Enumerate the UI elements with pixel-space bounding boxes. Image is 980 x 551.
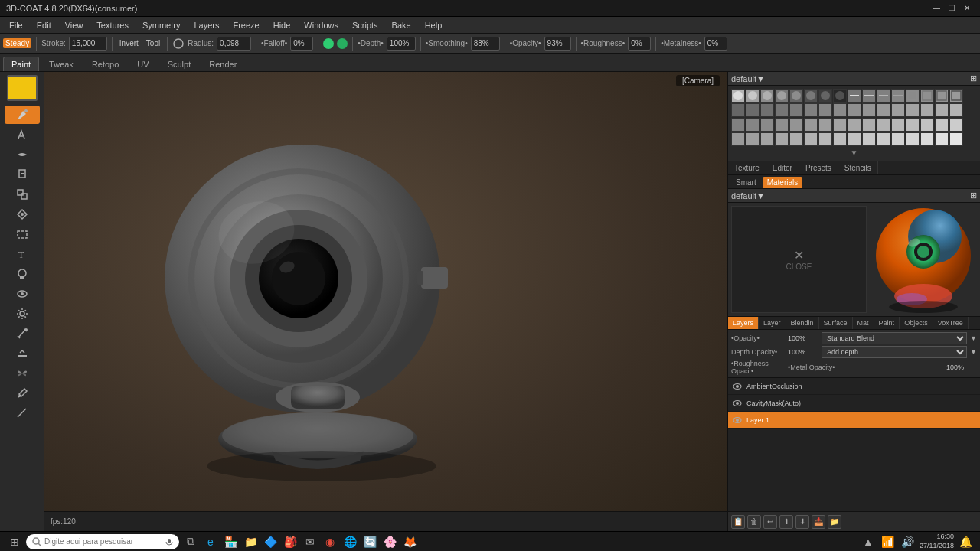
alpha-cell-0-15[interactable] xyxy=(949,89,963,103)
opacity-input[interactable] xyxy=(544,37,571,51)
alpha-cell-1-15[interactable] xyxy=(949,103,963,117)
alpha-cell-3-9[interactable] xyxy=(862,132,876,146)
stroke-input[interactable] xyxy=(69,37,107,51)
alpha-cell-1-12[interactable] xyxy=(906,103,920,117)
alpha-cell-2-10[interactable] xyxy=(877,118,890,132)
delete-layer-btn[interactable]: 🗑 xyxy=(747,515,761,529)
alpha-cell-0-4[interactable] xyxy=(789,89,803,103)
layer-visibility-toggle[interactable] xyxy=(731,380,743,393)
alpha-cell-3-13[interactable] xyxy=(920,132,934,146)
alpha-cell-0-0[interactable] xyxy=(731,89,745,103)
chrome-btn[interactable]: ◉ xyxy=(322,533,338,550)
wand-tool[interactable] xyxy=(5,324,40,343)
alpha-cell-3-4[interactable] xyxy=(789,132,803,146)
text-tool[interactable]: T xyxy=(5,245,40,263)
tab-stencils[interactable]: Stencils xyxy=(838,161,878,174)
alpha-cell-2-14[interactable] xyxy=(935,118,949,132)
tab-paint[interactable]: Paint xyxy=(3,57,39,71)
viewport[interactable]: [Camera] fps:120 xyxy=(44,72,727,531)
alpha-cell-1-2[interactable] xyxy=(760,103,774,117)
menu-item-help[interactable]: Help xyxy=(419,19,449,31)
fill-tool[interactable] xyxy=(5,165,40,184)
close-button[interactable]: ✕ xyxy=(960,2,974,15)
alpha-cell-1-14[interactable] xyxy=(935,103,949,117)
tab-retopo[interactable]: Retopo xyxy=(83,57,127,71)
layers-tab-layers[interactable]: Layers xyxy=(728,317,759,329)
task-view-btn[interactable]: ⧉ xyxy=(182,533,199,550)
alpha-cell-0-5[interactable] xyxy=(804,89,818,103)
alpha-cell-1-4[interactable] xyxy=(789,103,803,117)
alpha-cell-3-12[interactable] xyxy=(906,132,920,146)
blend-mode-select[interactable]: Standard Blend xyxy=(822,332,967,344)
pipette-tool[interactable] xyxy=(5,384,40,403)
alpha-cell-0-10[interactable] xyxy=(877,89,890,103)
files-btn[interactable]: 📁 xyxy=(242,533,259,550)
paint-brush-tool[interactable] xyxy=(5,106,40,124)
alpha-cell-0-2[interactable] xyxy=(760,89,774,103)
alpha-expand-arrow[interactable]: ▼ xyxy=(851,148,858,157)
alpha-cell-0-9[interactable] xyxy=(862,89,876,103)
alpha-cell-1-8[interactable] xyxy=(848,103,861,117)
search-input[interactable] xyxy=(44,537,162,546)
edge-browser-btn[interactable]: e xyxy=(202,533,219,550)
measurement-tool[interactable] xyxy=(5,404,40,422)
tab-texture[interactable]: Texture xyxy=(728,161,766,174)
layer-visibility-toggle[interactable] xyxy=(731,397,743,409)
tab-smart[interactable]: Smart xyxy=(731,177,761,188)
alpha-cell-2-13[interactable] xyxy=(920,118,934,132)
tab-render[interactable]: Render xyxy=(201,57,245,71)
alpha-cell-0-1[interactable] xyxy=(746,89,760,103)
volume-icon[interactable]: 🔊 xyxy=(900,533,916,550)
color-swatch-dark-green[interactable] xyxy=(337,38,348,49)
alpha-cell-2-15[interactable] xyxy=(949,118,963,132)
menu-item-symmetry[interactable]: Symmetry xyxy=(136,19,187,31)
layers-tab-voxtree[interactable]: VoxTree xyxy=(933,317,969,329)
pen-tool[interactable] xyxy=(5,126,40,144)
falloff-input[interactable] xyxy=(290,37,313,51)
search-bar[interactable] xyxy=(26,534,179,549)
menu-item-textures[interactable]: Textures xyxy=(90,19,135,31)
undo-layer-btn[interactable]: ↩ xyxy=(763,515,777,529)
alpha-cell-1-1[interactable] xyxy=(746,103,760,117)
alpha-cell-3-10[interactable] xyxy=(877,132,890,146)
menu-item-hide[interactable]: Hide xyxy=(267,19,297,31)
radius-input[interactable] xyxy=(217,37,251,51)
alpha-cell-3-14[interactable] xyxy=(935,132,949,146)
depth-input[interactable] xyxy=(387,37,416,51)
layers-tab-layer[interactable]: Layer xyxy=(759,317,786,329)
layers-tab-mat[interactable]: Mat xyxy=(853,317,874,329)
transform-tool[interactable] xyxy=(5,205,40,223)
smoothing-input[interactable] xyxy=(471,37,500,51)
menu-item-file[interactable]: File xyxy=(3,19,29,31)
menu-item-bake[interactable]: Bake xyxy=(386,19,417,31)
alpha-cell-3-6[interactable] xyxy=(818,132,832,146)
layer-visibility-toggle[interactable] xyxy=(731,414,743,426)
alpha-cell-3-11[interactable] xyxy=(891,132,905,146)
move-up-btn[interactable]: ⬆ xyxy=(779,515,793,529)
settings-tool[interactable] xyxy=(5,305,40,323)
alpha-cell-2-1[interactable] xyxy=(746,118,760,132)
add-depth-select[interactable]: Add depth xyxy=(822,346,967,358)
flatten-tool[interactable] xyxy=(5,344,40,363)
notification-btn[interactable]: 🔔 xyxy=(957,533,974,550)
clone-tool[interactable] xyxy=(5,185,40,204)
clock[interactable]: 16:30 27/11/2018 xyxy=(920,533,954,550)
windows-start-btn[interactable]: ⊞ xyxy=(6,533,23,550)
tab-materials[interactable]: Materials xyxy=(763,177,803,188)
folder-btn[interactable]: 📁 xyxy=(828,515,841,529)
add-layer-btn[interactable]: 📋 xyxy=(731,515,745,529)
app-icon-9[interactable]: 🔄 xyxy=(361,533,378,550)
move-down-btn[interactable]: ⬇ xyxy=(795,515,809,529)
alpha-cell-3-0[interactable] xyxy=(731,132,745,146)
alpha-cell-2-3[interactable] xyxy=(775,118,789,132)
alpha-cell-2-5[interactable] xyxy=(804,118,818,132)
alpha-cell-3-3[interactable] xyxy=(775,132,789,146)
alpha-cell-2-7[interactable] xyxy=(833,118,847,132)
alpha-cell-1-11[interactable] xyxy=(891,103,905,117)
close-button-material[interactable]: ✕ CLOSE xyxy=(786,248,812,271)
app-icon-10[interactable]: 🌸 xyxy=(381,533,398,550)
alpha-cell-2-8[interactable] xyxy=(848,118,861,132)
layers-tab-objects[interactable]: Objects xyxy=(900,317,933,329)
alpha-cell-2-6[interactable] xyxy=(818,118,832,132)
tab-uv[interactable]: UV xyxy=(129,57,157,71)
